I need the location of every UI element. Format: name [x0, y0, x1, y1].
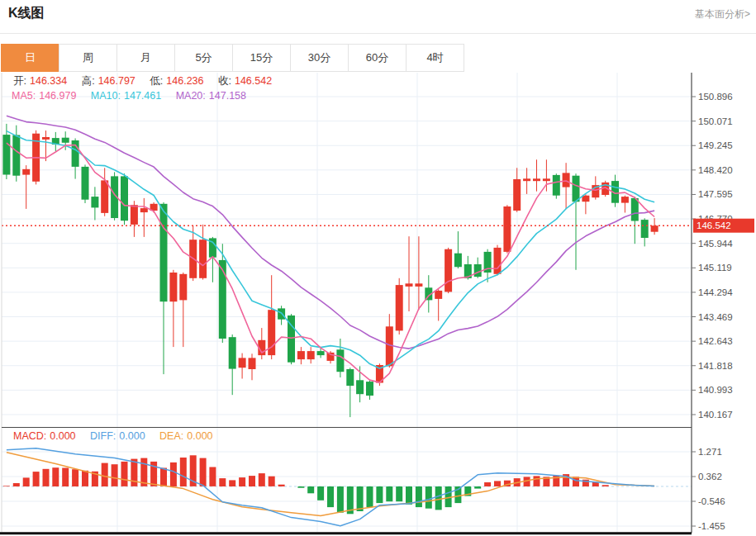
diff-value: 0.000 [119, 430, 145, 442]
svg-text:0.362: 0.362 [698, 472, 722, 481]
high-label: 高: [82, 75, 95, 87]
kline-app: K线图 基本面分析> 日周月5分15分30分60分4时 150.896150.0… [0, 0, 756, 536]
svg-text:142.643: 142.643 [698, 336, 733, 346]
svg-text:148.420: 148.420 [698, 165, 733, 175]
svg-text:150.896: 150.896 [698, 92, 733, 102]
low-value: 146.236 [166, 75, 203, 87]
ma20-value: 147.158 [209, 90, 246, 102]
svg-text:1.271: 1.271 [698, 447, 722, 457]
svg-text:-0.546: -0.546 [698, 496, 725, 506]
svg-text:147.595: 147.595 [698, 189, 733, 199]
macd-label: MACD: [13, 430, 46, 442]
svg-text:140.993: 140.993 [698, 385, 733, 395]
dea-value: 0.000 [187, 430, 212, 442]
ma10-value: 147.461 [124, 90, 161, 102]
ohlc-legend: 开:146.334 高:146.797 低:146.236 收:146.542 [13, 74, 275, 88]
close-label: 收: [218, 75, 231, 87]
macd-legend: MACD:0.000 DIFF:0.000 DEA:0.000 [13, 430, 216, 442]
svg-text:143.469: 143.469 [698, 312, 733, 322]
ma20-label: MA20: [176, 90, 206, 102]
svg-text:145.119: 145.119 [698, 263, 732, 273]
open-value: 146.334 [30, 75, 67, 87]
svg-text:141.818: 141.818 [698, 361, 733, 371]
dea-label: DEA: [159, 430, 183, 442]
close-value: 146.542 [235, 75, 272, 87]
ma5-label: MA5: [12, 90, 36, 102]
open-label: 开: [13, 75, 26, 87]
ma-legend: MA5:146.979 MA10:147.461 MA20:147.158 [12, 90, 250, 102]
svg-text:144.294: 144.294 [698, 287, 733, 297]
svg-text:149.245: 149.245 [698, 140, 733, 150]
svg-text:-1.455: -1.455 [698, 521, 725, 531]
svg-text:140.167: 140.167 [698, 410, 733, 420]
svg-text:145.944: 145.944 [698, 239, 733, 249]
high-value: 146.797 [98, 75, 136, 87]
svg-text:146.542: 146.542 [697, 221, 731, 230]
low-label: 低: [150, 75, 163, 87]
diff-label: DIFF: [90, 430, 116, 442]
ma10-label: MA10: [91, 90, 121, 102]
macd-value: 0.000 [50, 430, 75, 442]
ma5-value: 146.979 [39, 90, 76, 102]
svg-text:150.071: 150.071 [698, 116, 733, 126]
